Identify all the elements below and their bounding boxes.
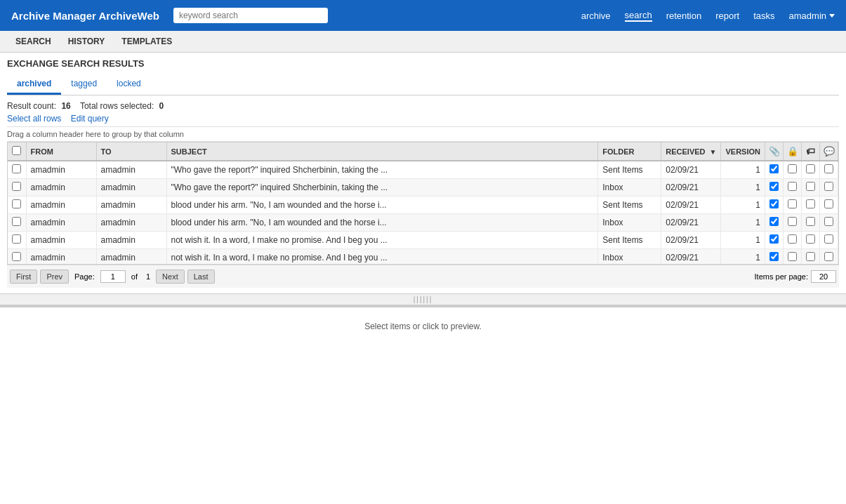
page-title: EXCHANGE SEARCH RESULTS bbox=[7, 58, 839, 69]
cell-received: 02/09/21 bbox=[661, 179, 721, 197]
table-row[interactable]: amadminamadmin"Who gave the report?" inq… bbox=[8, 161, 838, 179]
th-to[interactable]: TO bbox=[96, 142, 166, 161]
result-info: Result count: 16 Total rows selected: 0 bbox=[7, 101, 839, 111]
cell-lock[interactable] bbox=[784, 197, 802, 214]
tab-tagged[interactable]: tagged bbox=[61, 74, 107, 95]
cell-tag[interactable] bbox=[802, 161, 820, 179]
cell-subject: blood under his arm. "No, I am wounded a… bbox=[166, 197, 598, 214]
items-per-page-label: Items per page: bbox=[755, 272, 808, 281]
subnav-history[interactable]: HISTORY bbox=[60, 31, 114, 52]
items-per-page-input[interactable] bbox=[811, 270, 836, 283]
cell-lock[interactable] bbox=[784, 232, 802, 249]
cell-subject: not wish it. In a word, I make no promis… bbox=[166, 232, 598, 249]
cell-folder: Sent Items bbox=[598, 161, 661, 179]
cell-comment[interactable] bbox=[820, 161, 838, 179]
nav-archive[interactable]: archive bbox=[581, 11, 611, 21]
cell-lock[interactable] bbox=[784, 161, 802, 179]
th-comment[interactable]: 💬 bbox=[820, 142, 838, 161]
cell-from: amadmin bbox=[26, 249, 96, 265]
subnav-templates[interactable]: TEMPLATES bbox=[113, 31, 180, 52]
nav-search[interactable]: search bbox=[625, 10, 652, 22]
cell-from: amadmin bbox=[26, 197, 96, 214]
cell-received: 02/09/21 bbox=[661, 232, 721, 249]
row-checkbox[interactable] bbox=[12, 164, 21, 173]
first-button[interactable]: First bbox=[10, 270, 37, 284]
row-checkbox[interactable] bbox=[12, 234, 21, 244]
cell-tag[interactable] bbox=[802, 197, 820, 214]
th-version[interactable]: VERSION bbox=[721, 142, 765, 161]
tag-icon: 🏷 bbox=[806, 146, 815, 157]
row-checkbox[interactable] bbox=[12, 217, 21, 226]
page-input[interactable] bbox=[100, 270, 126, 283]
results-table-wrapper: FROM TO SUBJECT FOLDER RECEIVED ▼ VERSIO… bbox=[7, 142, 839, 265]
app-header: Archive Manager ArchiveWeb archive searc… bbox=[0, 0, 846, 31]
cell-comment[interactable] bbox=[820, 197, 838, 214]
cell-received: 02/09/21 bbox=[661, 214, 721, 232]
row-checkbox[interactable] bbox=[12, 182, 21, 191]
cell-lock[interactable] bbox=[784, 249, 802, 265]
row-checkbox[interactable] bbox=[12, 252, 21, 261]
nav-report[interactable]: report bbox=[715, 11, 739, 21]
table-row[interactable]: amadminamadminblood under his arm. "No, … bbox=[8, 214, 838, 232]
cell-tag[interactable] bbox=[802, 179, 820, 197]
cell-folder: Inbox bbox=[598, 214, 661, 232]
edit-query-link[interactable]: Edit query bbox=[71, 114, 109, 124]
row-checkbox[interactable] bbox=[12, 199, 21, 208]
cell-attach[interactable] bbox=[765, 232, 784, 249]
table-row[interactable]: amadminamadmin"Who gave the report?" inq… bbox=[8, 179, 838, 197]
cell-folder: Inbox bbox=[598, 249, 661, 265]
th-folder[interactable]: FOLDER bbox=[598, 142, 661, 161]
tab-locked[interactable]: locked bbox=[107, 74, 151, 95]
preview-handle[interactable]: |||||| bbox=[0, 293, 846, 305]
cell-attach[interactable] bbox=[765, 249, 784, 265]
th-from[interactable]: FROM bbox=[26, 142, 96, 161]
select-all-checkbox[interactable] bbox=[12, 146, 21, 155]
cell-received: 02/09/21 bbox=[661, 161, 721, 179]
cell-to: amadmin bbox=[96, 197, 166, 214]
total-rows: 0 bbox=[159, 101, 164, 111]
nav-retention[interactable]: retention bbox=[666, 11, 702, 21]
cell-folder: Sent Items bbox=[598, 232, 661, 249]
subnav-search[interactable]: SEARCH bbox=[7, 31, 60, 52]
select-all-link[interactable]: Select all rows bbox=[7, 114, 61, 124]
cell-version: 1 bbox=[721, 197, 765, 214]
th-received[interactable]: RECEIVED ▼ bbox=[661, 142, 721, 161]
total-pages: 1 bbox=[146, 272, 150, 281]
cell-subject: "Who gave the report?" inquired Shcherbi… bbox=[166, 161, 598, 179]
table-row[interactable]: amadminamadminnot wish it. In a word, I … bbox=[8, 249, 838, 265]
prev-button[interactable]: Prev bbox=[40, 270, 69, 284]
table-row[interactable]: amadminamadminnot wish it. In a word, I … bbox=[8, 232, 838, 249]
cell-lock[interactable] bbox=[784, 179, 802, 197]
th-subject[interactable]: SUBJECT bbox=[166, 142, 598, 161]
subnav: SEARCH HISTORY TEMPLATES bbox=[0, 31, 846, 53]
cell-comment[interactable] bbox=[820, 232, 838, 249]
cell-attach[interactable] bbox=[765, 197, 784, 214]
cell-subject: blood under his arm. "No, I am wounded a… bbox=[166, 214, 598, 232]
cell-tag[interactable] bbox=[802, 214, 820, 232]
cell-comment[interactable] bbox=[820, 249, 838, 265]
th-tag[interactable]: 🏷 bbox=[802, 142, 820, 161]
next-button[interactable]: Next bbox=[156, 270, 185, 284]
sort-arrow-icon: ▼ bbox=[710, 148, 717, 156]
cell-folder: Sent Items bbox=[598, 197, 661, 214]
cell-attach[interactable] bbox=[765, 179, 784, 197]
th-attach[interactable]: 📎 bbox=[765, 142, 784, 161]
th-select-all[interactable] bbox=[8, 142, 26, 161]
cell-lock[interactable] bbox=[784, 214, 802, 232]
cell-tag[interactable] bbox=[802, 249, 820, 265]
cell-comment[interactable] bbox=[820, 214, 838, 232]
tab-archived[interactable]: archived bbox=[7, 74, 61, 95]
nav-amadmin[interactable]: amadmin bbox=[789, 11, 835, 21]
of-label: of bbox=[131, 272, 138, 281]
search-input[interactable] bbox=[173, 8, 328, 23]
table-row[interactable]: amadminamadminblood under his arm. "No, … bbox=[8, 197, 838, 214]
cell-comment[interactable] bbox=[820, 179, 838, 197]
cell-tag[interactable] bbox=[802, 232, 820, 249]
th-lock[interactable]: 🔒 bbox=[784, 142, 802, 161]
comment-icon: 💬 bbox=[824, 146, 835, 157]
last-button[interactable]: Last bbox=[187, 270, 215, 284]
nav-tasks[interactable]: tasks bbox=[753, 11, 774, 21]
cell-attach[interactable] bbox=[765, 214, 784, 232]
cell-attach[interactable] bbox=[765, 161, 784, 179]
pagination: First Prev Page: of 1 Next Last Items pe… bbox=[7, 265, 839, 288]
